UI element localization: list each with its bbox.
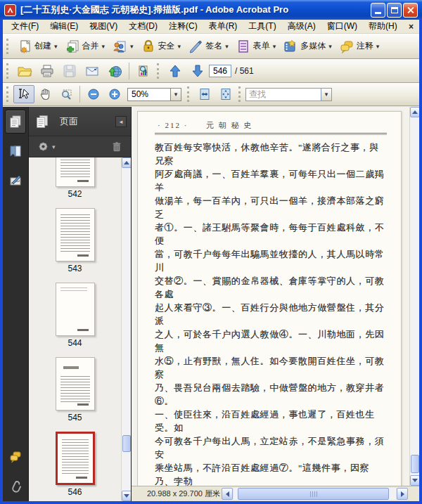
thumbnail-label: 543: [68, 264, 82, 273]
create-button[interactable]: 创建 ▾: [13, 37, 61, 56]
maximize-button[interactable]: [387, 3, 402, 18]
menu-item[interactable]: 文件(F): [6, 19, 44, 34]
pages-panel-icon: [34, 114, 50, 129]
document-horizontal-scrollbar[interactable]: [222, 488, 408, 500]
thumbnail-list: 542 543 544 545: [29, 157, 121, 501]
print-button[interactable]: [36, 61, 58, 81]
body-text-line: 一、使臣往來，沿百姓處經過，事也遲了，百姓也生受。如: [155, 408, 387, 434]
forms-button[interactable]: 表单 ▾: [232, 37, 280, 56]
upload-share-button[interactable]: [103, 61, 126, 81]
menu-item[interactable]: 视图(V): [84, 19, 123, 34]
thumbnail-page-544[interactable]: 544: [56, 283, 95, 348]
find-dropdown-button[interactable]: ▾: [321, 88, 332, 101]
open-button[interactable]: [13, 61, 36, 81]
scroll-left-button[interactable]: [222, 488, 233, 500]
email-button[interactable]: [81, 61, 103, 81]
chevron-down-icon: ▾: [102, 43, 106, 50]
page-running-header: · 212 · 元 朝 秘 史: [155, 120, 387, 131]
attachments-panel-button[interactable]: [5, 474, 26, 498]
create-page-icon: [17, 39, 32, 54]
page-number-input[interactable]: [209, 65, 231, 77]
select-tool-icon: [17, 87, 31, 101]
menu-item[interactable]: 编辑(E): [44, 19, 84, 34]
body-text-line: 乃、畏吾兒台兩個去踏驗，中做營盤的地方，教穿井者⑥。: [155, 381, 387, 408]
multimedia-button[interactable]: 多媒体 ▾: [279, 37, 335, 56]
menu-item[interactable]: 高级(A): [282, 19, 321, 34]
chevron-down-icon: ▾: [178, 43, 181, 50]
zoom-dropdown-button[interactable]: ▾: [171, 88, 181, 101]
thumbnail-page-542[interactable]: 542: [56, 157, 95, 199]
body-text-line: 交替②。一、賞賜的金帛器械、倉庫等掌守的人，可教各處: [155, 274, 387, 301]
menu-item[interactable]: 工具(T): [243, 19, 281, 34]
scroll-down-button[interactable]: [410, 475, 419, 486]
toolbar-separator: [79, 86, 80, 103]
menu-item[interactable]: 帮助(H): [363, 19, 403, 34]
scroll-up-button[interactable]: [122, 157, 131, 168]
toolbar-grip[interactable]: [187, 86, 192, 102]
view-toolbar: 50% ▾ ▾: [3, 83, 419, 106]
toolbar-grip[interactable]: [238, 86, 243, 102]
options-gear-icon[interactable]: [36, 140, 50, 154]
signatures-panel-button[interactable]: [5, 169, 26, 193]
menu-item[interactable]: 注释(C): [163, 19, 203, 34]
thumbnail-page-543[interactable]: 543: [56, 208, 95, 273]
search-button[interactable]: [132, 61, 155, 81]
combine-button[interactable]: 合并 ▾: [61, 37, 109, 56]
select-tool-button[interactable]: [13, 85, 34, 103]
comments-panel-button[interactable]: [5, 445, 26, 469]
collaborate-button[interactable]: ▾: [108, 37, 137, 56]
thumbnail-scrollbar[interactable]: [121, 157, 131, 501]
delete-trash-icon[interactable]: [110, 140, 124, 154]
menu-item[interactable]: 窗口(W): [321, 19, 363, 34]
zoom-in-button[interactable]: [104, 85, 125, 103]
thumbnail-label: 546: [68, 487, 82, 497]
secure-button[interactable]: 安全 ▾: [137, 37, 185, 56]
scroll-up-button[interactable]: [410, 107, 419, 117]
pages-icon: [8, 115, 23, 129]
search-document-icon: [136, 63, 151, 79]
navigation-strip: [3, 107, 28, 501]
close-button[interactable]: [403, 3, 418, 18]
menu-item[interactable]: 表单(R): [203, 19, 243, 34]
scroll-down-button[interactable]: [122, 491, 131, 501]
menubar-close-icon[interactable]: ×: [409, 22, 414, 32]
thumbnail-page-546-selected[interactable]: 546: [56, 432, 95, 497]
comment-button[interactable]: 注释 ▾: [335, 37, 383, 56]
next-page-button[interactable]: [186, 61, 209, 81]
hand-tool-button[interactable]: [34, 85, 56, 103]
sign-button[interactable]: 签名 ▾: [184, 37, 232, 56]
panel-collapse-button[interactable]: ◂: [115, 116, 127, 127]
sign-pen-icon: [188, 39, 203, 54]
down-arrow-icon: [190, 63, 205, 79]
pages-panel-button[interactable]: [5, 110, 26, 134]
menu-item[interactable]: 文档(D): [123, 19, 163, 34]
toolbar-grip[interactable]: [6, 39, 11, 54]
thumbnail-page-545[interactable]: 545: [56, 357, 95, 422]
marquee-zoom-button[interactable]: [56, 85, 77, 103]
scrollbar-track[interactable]: [234, 488, 396, 500]
create-label: 创建: [34, 40, 51, 52]
toolbar-grip[interactable]: [6, 63, 11, 79]
zoom-in-icon: [108, 87, 122, 101]
scroll-right-button[interactable]: [397, 488, 408, 500]
scrollbar-thumb[interactable]: [411, 455, 419, 473]
toolbar-grip[interactable]: [157, 63, 162, 79]
save-button[interactable]: [58, 61, 81, 81]
find-input[interactable]: [245, 88, 321, 101]
zoom-out-button[interactable]: [83, 85, 104, 103]
fit-page-button[interactable]: [215, 85, 236, 103]
scrollbar-thumb[interactable]: [238, 488, 389, 500]
toolbar-grip[interactable]: [6, 86, 11, 102]
marquee-zoom-icon: [59, 87, 73, 101]
bookmarks-panel-button[interactable]: [5, 139, 26, 163]
fit-width-icon: [198, 87, 212, 101]
fit-width-button[interactable]: [194, 85, 215, 103]
body-text-line: 阿歹處商議，一、百姓羊羣裏，可每年只出一個二歲羯羊: [155, 167, 387, 194]
status-bar: 20.988 x 29.700 厘米: [132, 486, 419, 501]
window-frame: 文件(F)编辑(E)视图(V)文档(D)注释(C)表单(R)工具(T)高级(A)…: [0, 20, 422, 504]
zoom-level-value[interactable]: 50%: [127, 88, 171, 101]
previous-page-button[interactable]: [164, 61, 186, 81]
document-vertical-scrollbar[interactable]: [409, 107, 419, 486]
scrollbar-thumb[interactable]: [122, 435, 131, 452]
minimize-button[interactable]: [371, 3, 385, 18]
